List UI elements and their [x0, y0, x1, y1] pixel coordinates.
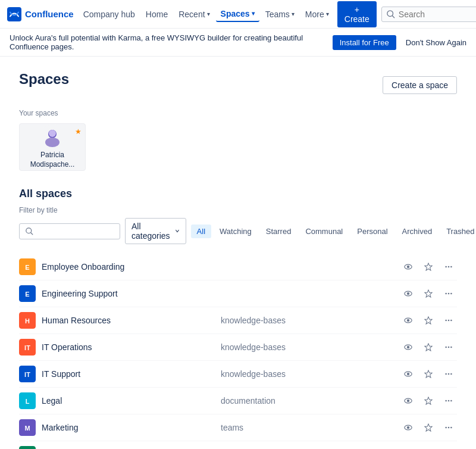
- create-button[interactable]: + Create: [337, 1, 377, 27]
- search-input[interactable]: [399, 10, 470, 19]
- eye-icon: [404, 370, 412, 378]
- star-button[interactable]: [420, 419, 437, 436]
- star-button[interactable]: [420, 285, 437, 302]
- watch-button[interactable]: [400, 419, 416, 436]
- space-icon: MD: [19, 446, 36, 449]
- star-button[interactable]: [420, 392, 437, 409]
- list-item[interactable]: EEmployee Onboarding: [19, 254, 457, 280]
- space-card-patricia[interactable]: ★ Patricia Modispache...: [19, 123, 86, 171]
- svg-point-69: [448, 427, 450, 429]
- more-options-button[interactable]: [440, 366, 457, 382]
- svg-point-12: [49, 130, 56, 137]
- svg-point-52: [445, 373, 447, 375]
- list-item[interactable]: MDMobile Developmentteams: [19, 441, 457, 449]
- your-spaces-label: Your spaces: [19, 109, 457, 117]
- watch-button[interactable]: [400, 366, 416, 382]
- tab-starred[interactable]: Starred: [260, 224, 298, 238]
- ellipsis-icon: [444, 423, 453, 432]
- svg-rect-0: [7, 7, 21, 21]
- space-category: teams: [221, 423, 394, 432]
- list-item[interactable]: MMarketingteams: [19, 414, 457, 441]
- tab-archived[interactable]: Archived: [396, 224, 439, 238]
- more-options-button[interactable]: [440, 419, 457, 436]
- svg-text:E: E: [25, 264, 29, 271]
- nav-teams[interactable]: Teams ▾: [261, 7, 299, 21]
- svg-point-44: [445, 347, 447, 348]
- confluence-logo-icon: [7, 7, 21, 21]
- star-button[interactable]: [420, 339, 437, 356]
- tab-watching[interactable]: Watching: [214, 224, 258, 238]
- star-button[interactable]: [420, 258, 437, 275]
- nav-company-hub[interactable]: Company hub: [79, 7, 140, 21]
- list-item[interactable]: ITIT Supportknowledge-bases: [19, 361, 457, 388]
- star-button[interactable]: [420, 312, 437, 329]
- filter-input[interactable]: [37, 227, 114, 236]
- more-options-button[interactable]: [440, 258, 457, 275]
- more-options-button[interactable]: [440, 312, 457, 329]
- watch-button[interactable]: [400, 339, 416, 356]
- svg-point-53: [448, 373, 450, 375]
- promo-banner: Unlock Aura's full potential with Karma,…: [0, 29, 476, 57]
- space-name: Marketing: [42, 423, 215, 432]
- nav-logo[interactable]: Confluence: [7, 7, 74, 21]
- space-name: IT Operations: [42, 342, 215, 352]
- watch-button[interactable]: [400, 312, 416, 329]
- tab-trashed[interactable]: Trashed: [440, 224, 476, 238]
- nav-search-box[interactable]: [381, 7, 476, 22]
- watch-button[interactable]: [400, 285, 416, 302]
- svg-point-26: [407, 292, 409, 295]
- eye-icon: [404, 289, 412, 298]
- star-button[interactable]: [420, 446, 437, 449]
- svg-point-29: [448, 293, 450, 295]
- more-options-button[interactable]: [440, 446, 457, 449]
- space-category: knowledge-bases: [221, 369, 394, 379]
- watch-button[interactable]: [400, 446, 416, 449]
- chevron-down-icon: [175, 228, 180, 234]
- nav-more[interactable]: More ▾: [300, 7, 334, 21]
- more-options-button[interactable]: [440, 285, 457, 302]
- tab-personal[interactable]: Personal: [351, 224, 393, 238]
- more-options-button[interactable]: [440, 339, 457, 356]
- svg-marker-35: [425, 317, 432, 324]
- tab-communal[interactable]: Communal: [299, 224, 349, 238]
- main-content: Spaces Create a space Your spaces ★ Patr…: [0, 57, 476, 449]
- nav-home[interactable]: Home: [141, 7, 173, 21]
- space-icon: H: [19, 312, 36, 329]
- svg-point-58: [407, 400, 409, 402]
- svg-point-68: [445, 427, 447, 429]
- all-spaces-section: All spaces Filter by title All categorie…: [19, 188, 457, 449]
- svg-point-30: [450, 293, 452, 295]
- tab-all[interactable]: All: [191, 224, 211, 238]
- svg-point-61: [448, 400, 450, 402]
- svg-text:M: M: [24, 425, 30, 432]
- svg-point-60: [445, 400, 447, 402]
- space-actions: [400, 285, 457, 302]
- filter-search-box[interactable]: [19, 223, 120, 239]
- dismiss-banner-button[interactable]: Don't Show Again: [406, 35, 466, 50]
- watch-button[interactable]: [400, 392, 416, 409]
- space-name: Human Resources: [42, 316, 215, 325]
- space-actions: [400, 419, 457, 436]
- create-space-button[interactable]: Create a space: [383, 76, 457, 94]
- watch-button[interactable]: [400, 258, 416, 275]
- more-options-button[interactable]: [440, 392, 457, 409]
- svg-point-50: [407, 373, 409, 375]
- search-filter-icon: [26, 227, 33, 235]
- svg-point-28: [445, 293, 447, 295]
- list-item[interactable]: HHuman Resourcesknowledge-bases: [19, 307, 457, 334]
- space-actions: [400, 446, 457, 449]
- star-button[interactable]: [420, 366, 437, 382]
- nav-recent[interactable]: Recent ▾: [174, 7, 214, 21]
- svg-line-14: [31, 232, 33, 234]
- svg-text:IT: IT: [24, 371, 30, 378]
- categories-dropdown[interactable]: All categories: [125, 218, 186, 244]
- install-button[interactable]: Install for Free: [333, 35, 396, 50]
- list-item[interactable]: EEngineering Support: [19, 280, 457, 307]
- space-icon: E: [19, 258, 36, 275]
- space-list: EEmployee OnboardingEEngineering Support…: [19, 254, 457, 449]
- list-item[interactable]: LLegaldocumentation: [19, 388, 457, 414]
- svg-point-20: [445, 266, 447, 268]
- space-icon: E: [19, 285, 36, 302]
- nav-spaces[interactable]: Spaces ▾: [216, 7, 259, 22]
- list-item[interactable]: ITIT Operationsknowledge-bases: [19, 334, 457, 361]
